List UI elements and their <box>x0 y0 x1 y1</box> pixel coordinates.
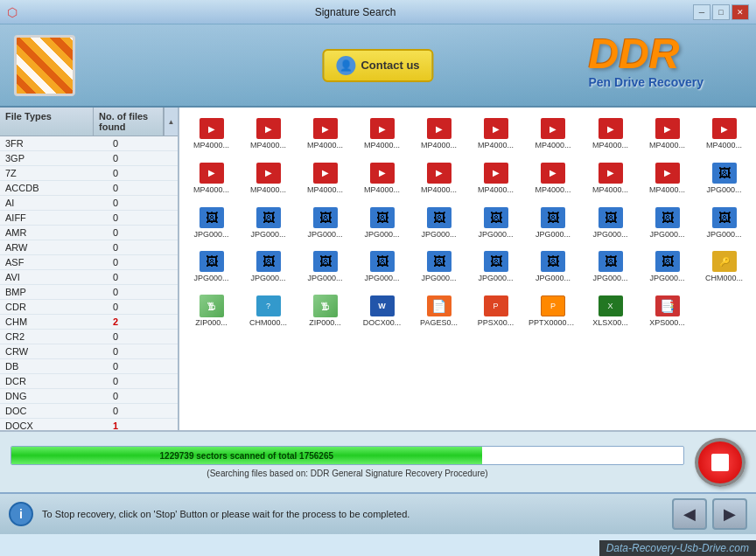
file-grid-item[interactable]: 📑XPS000... <box>640 290 694 331</box>
file-grid-item[interactable]: JPG000... <box>298 202 352 243</box>
file-grid-item[interactable]: JPG000... <box>584 246 637 287</box>
file-icon-wrapper <box>368 161 396 185</box>
file-icon-wrapper <box>539 116 567 141</box>
file-grid-item[interactable]: JPG000... <box>526 202 580 243</box>
mp4-icon <box>256 163 281 184</box>
file-type-row[interactable]: DOC0 <box>0 404 178 419</box>
stop-button[interactable] <box>695 438 746 487</box>
file-grid-item[interactable]: JPG000... <box>412 246 466 287</box>
file-type-row[interactable]: AMR0 <box>0 226 178 240</box>
file-grid-item[interactable]: MP4000... <box>185 157 238 198</box>
file-type-row[interactable]: AI0 <box>0 196 178 211</box>
file-grid-item[interactable]: MP4000... <box>697 113 751 154</box>
file-grid-item[interactable]: 🔑CHM000... <box>697 246 751 287</box>
file-type-row[interactable]: CDR0 <box>0 300 178 315</box>
contact-label: Contact us <box>360 59 419 72</box>
file-grid-item[interactable]: MP4000... <box>242 113 295 154</box>
file-type-row[interactable]: CRW0 <box>0 344 178 359</box>
file-item-label: JPG000... <box>421 274 456 283</box>
next-button[interactable]: ▶ <box>712 498 747 530</box>
file-grid-item[interactable]: MP4000... <box>298 157 352 198</box>
file-grid-item[interactable]: 📄PAGES0... <box>412 290 466 331</box>
file-type-row[interactable]: DCR0 <box>0 374 178 389</box>
file-type-label: CRW <box>0 345 108 358</box>
maximize-button[interactable]: □ <box>712 4 730 20</box>
file-type-row[interactable]: CHM2 <box>0 315 178 330</box>
minimize-button[interactable]: ─ <box>693 4 710 20</box>
file-grid-item[interactable]: ?CHM000... <box>242 290 295 331</box>
file-type-row[interactable]: 3GP0 <box>0 151 178 166</box>
file-grid-item[interactable]: MP4000... <box>526 113 580 154</box>
file-type-row[interactable]: BMP0 <box>0 285 178 300</box>
file-grid-item[interactable]: JPG000... <box>640 202 694 243</box>
scroll-up-button[interactable]: ▲ <box>164 108 178 136</box>
file-type-row[interactable]: ARW0 <box>0 240 178 255</box>
file-type-row[interactable]: ASF0 <box>0 255 178 270</box>
file-grid-item[interactable]: MP4000... <box>640 157 694 198</box>
file-count-value: 2 <box>108 316 178 328</box>
file-grid-item[interactable]: MP4000... <box>298 113 352 154</box>
file-grid-item[interactable]: JPG000... <box>355 202 409 243</box>
file-type-row[interactable]: ACCDB0 <box>0 181 178 196</box>
file-grid-item[interactable]: JPG000... <box>355 246 409 287</box>
file-type-row[interactable]: DB0 <box>0 359 178 374</box>
pptx-orange-icon: P <box>541 295 565 316</box>
file-grid-item[interactable]: MP4000... <box>584 157 637 198</box>
file-grid-item[interactable]: JPG000... <box>697 202 751 243</box>
file-grid-item[interactable]: PPPSX00... <box>469 290 522 331</box>
info-icon: i <box>9 502 33 526</box>
file-grid-item[interactable]: MP4000... <box>242 157 295 198</box>
file-type-row[interactable]: DOCX1 <box>0 419 178 430</box>
file-item-label: JPG000... <box>307 274 342 283</box>
file-grid-item[interactable]: MP4000... <box>355 157 409 198</box>
file-grid-item[interactable]: JPG000... <box>412 202 466 243</box>
jpg-icon <box>655 251 680 272</box>
ddr-subtitle: Pen Drive Recovery <box>588 75 704 89</box>
file-item-label: JPG000... <box>478 230 513 240</box>
file-item-label: MP4000... <box>421 185 457 195</box>
file-icon-wrapper <box>312 205 340 230</box>
file-type-row[interactable]: 3FR0 <box>0 136 178 151</box>
file-grid-item[interactable]: JPG000... <box>185 246 238 287</box>
file-grid-item[interactable]: MP4000... <box>584 113 637 154</box>
file-type-row[interactable]: AIFF0 <box>0 211 178 226</box>
file-grid-item[interactable]: MP4000... <box>355 113 409 154</box>
mp4-icon <box>427 163 452 184</box>
file-grid-item[interactable]: MP4000... <box>640 113 694 154</box>
file-grid-item[interactable]: MP4000... <box>469 113 522 154</box>
file-grid-item[interactable]: JPG000... <box>185 202 238 243</box>
file-grid-item[interactable]: MP4000... <box>412 157 466 198</box>
file-grid-item[interactable]: WDOCX00... <box>355 290 409 331</box>
file-icon-wrapper: ? <box>255 294 283 318</box>
file-type-row[interactable]: DNG0 <box>0 389 178 404</box>
file-type-label: CDR <box>0 301 108 313</box>
file-type-row[interactable]: CR20 <box>0 330 178 344</box>
file-grid-item[interactable]: JPG000... <box>526 246 580 287</box>
file-grid-item[interactable]: JPG000... <box>469 202 522 243</box>
file-grid-item[interactable]: JPG000... <box>640 246 694 287</box>
file-type-row[interactable]: 7Z0 <box>0 166 178 181</box>
file-item-label: PPSX00... <box>478 318 514 328</box>
file-grid-item[interactable]: PPPTX00001 .PPTX <box>526 290 580 331</box>
file-grid-item[interactable]: MP4000... <box>185 113 238 154</box>
prev-button[interactable]: ◀ <box>672 498 707 530</box>
file-grid-item[interactable]: 🗜ZIP000... <box>185 290 238 331</box>
file-grid-item[interactable]: MP4000... <box>469 157 522 198</box>
contact-button[interactable]: 👤 Contact us <box>322 49 433 82</box>
file-type-row[interactable]: AVI0 <box>0 270 178 285</box>
file-item-label: JPG000... <box>193 274 228 283</box>
file-grid-item[interactable]: JPG000... <box>584 202 637 243</box>
file-grid-item[interactable]: JPG000... <box>242 246 295 287</box>
file-grid-item[interactable]: MP4000... <box>412 113 466 154</box>
jpg-icon <box>313 251 338 272</box>
file-grid-item[interactable]: MP4000... <box>526 157 580 198</box>
file-grid-item[interactable]: 🗜ZIP000... <box>298 290 352 331</box>
file-grid-item[interactable]: JPG000... <box>697 157 751 198</box>
file-icon-wrapper <box>539 161 567 185</box>
file-grid-item[interactable]: XXLSX00... <box>584 290 637 331</box>
file-grid-item[interactable]: JPG000... <box>298 246 352 287</box>
file-grid-item[interactable]: JPG000... <box>242 202 295 243</box>
file-grid-item[interactable]: JPG000... <box>469 246 522 287</box>
close-button[interactable]: ✕ <box>732 4 749 20</box>
file-count-value: 0 <box>108 152 178 164</box>
